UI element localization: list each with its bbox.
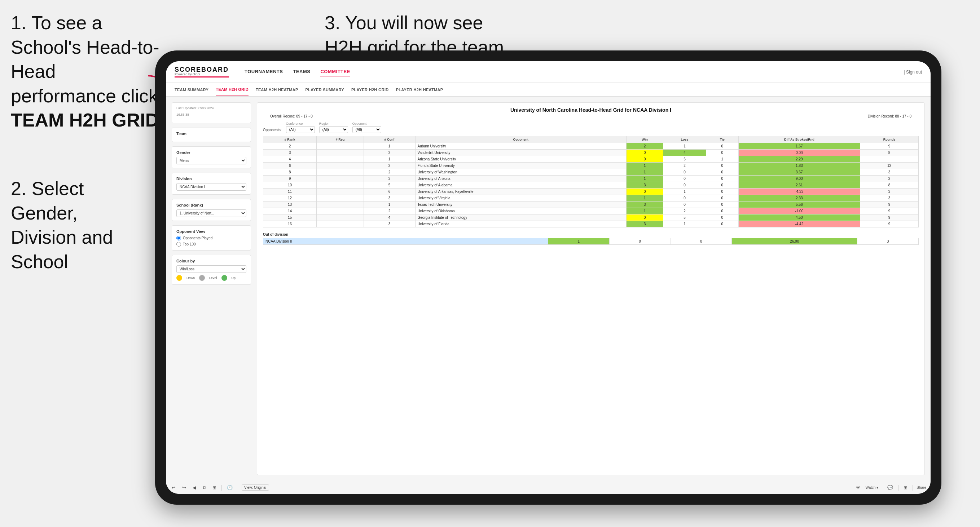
toolbar-undo[interactable]: ↩ (170, 484, 177, 491)
cell-conf: 2 (364, 149, 415, 156)
toolbar-share-btn[interactable]: Share (916, 486, 926, 489)
cell-opponent: University of Arkansas, Fayetteville (415, 189, 626, 195)
nav-teams[interactable]: TEAMS (293, 67, 310, 76)
main-nav: TOURNAMENTS TEAMS COMMITTEE (245, 67, 350, 76)
out-of-division-row: NCAA Division II 1 0 0 26.00 3 (263, 238, 919, 245)
overall-record: Overall Record: 89 - 17 - 0 (270, 114, 313, 118)
cell-reg (317, 189, 364, 195)
radio-top100[interactable]: Top 100 (177, 242, 247, 246)
toolbar-view-btn[interactable]: View: Original (242, 484, 269, 490)
division-record: Division Record: 88 - 17 - 0 (868, 114, 912, 118)
radio-top100-input[interactable] (177, 242, 181, 246)
cell-conf: 3 (364, 176, 415, 182)
tablet-frame: SCOREBOARD Powered by clippi TOURNAMENTS… (155, 51, 942, 505)
toolbar-view-label: View: Original (244, 486, 267, 489)
radio-opponents-played[interactable]: Opponents Played (177, 236, 247, 240)
cell-win: 1 (626, 169, 663, 176)
cell-loss: 0 (663, 202, 706, 208)
cell-diff: 1.83 (738, 163, 860, 169)
region-filter: Region (All) (319, 122, 348, 133)
nav-committee[interactable]: COMMITTEE (320, 67, 350, 76)
cell-reg (317, 208, 364, 214)
division-select[interactable]: NCAA Division I NCAA Division II (177, 183, 247, 191)
conference-select[interactable]: (All) (286, 126, 315, 133)
col-loss: Loss (663, 136, 706, 143)
table-row: 41Arizona State University0512.29 (263, 156, 919, 163)
sub-nav-player-h2h-heatmap[interactable]: PLAYER H2H HEATMAP (396, 83, 443, 96)
toolbar-watch-btn[interactable]: Watch ▾ (865, 486, 879, 489)
school-select[interactable]: 1. University of Nort... (177, 210, 247, 217)
nav-tournaments[interactable]: TOURNAMENTS (245, 67, 283, 76)
table-row: 154Georgia Institute of Technology0504.5… (263, 214, 919, 221)
radio-opponents-played-input[interactable] (177, 236, 181, 240)
cell-loss: 5 (663, 214, 706, 221)
sub-nav-team-h2h-heatmap[interactable]: TEAM H2H HEATMAP (256, 83, 298, 96)
toolbar-back[interactable]: ◀ (191, 484, 198, 491)
cell-opponent: University of Virginia (415, 195, 626, 202)
opponent-label: Opponent (352, 122, 381, 125)
col-diff: Diff Av Strokes/Rnd (738, 136, 860, 143)
last-updated-text: Last Updated: 27/03/2024 (177, 106, 247, 110)
cell-rounds: 9 (860, 208, 918, 214)
cell-conf: 3 (364, 221, 415, 227)
cell-rank: 15 (263, 214, 317, 221)
cell-rounds: 9 (860, 214, 918, 221)
colour-by-label: Colour by (177, 259, 247, 263)
sidebar-team: Team (172, 128, 251, 142)
cell-win: 1 (626, 163, 663, 169)
opponent-view-radio-group: Opponents Played Top 100 (177, 236, 247, 246)
col-reg: # Reg (317, 136, 364, 143)
cell-rank: 4 (263, 156, 317, 163)
opponents-filter-label: Opponents: (263, 128, 282, 133)
sub-nav-player-h2h-grid[interactable]: PLAYER H2H GRID (351, 83, 389, 96)
cell-diff: 2.61 (738, 182, 860, 189)
toolbar-sep-5 (913, 485, 913, 490)
cell-tie: 0 (706, 163, 738, 169)
cell-reg (317, 202, 364, 208)
region-label: Region (319, 122, 348, 125)
sub-nav-team-h2h-grid[interactable]: TEAM H2H GRID (216, 83, 248, 96)
cell-conf: 3 (364, 195, 415, 202)
cell-tie: 0 (706, 202, 738, 208)
cell-rank: 3 (263, 149, 317, 156)
sign-out-link[interactable]: | Sign out (904, 70, 922, 75)
data-table: # Rank # Reg # Conf Opponent Win Loss Ti… (263, 136, 919, 227)
filter-row: Opponents: Conference (All) Region (All) (263, 122, 919, 133)
table-row: 82University of Washington1003.673 (263, 169, 919, 176)
cell-opponent: Florida State University (415, 163, 626, 169)
opponent-select[interactable]: (All) (352, 126, 381, 133)
legend-down-label: Down (186, 276, 195, 280)
cell-rank: 11 (263, 189, 317, 195)
toolbar-grid-icon[interactable]: ⊞ (902, 484, 909, 491)
instruction-2-text: 2. Select Gender, Division and School (11, 178, 113, 272)
table-row: 163University of Florida310-4.429 (263, 221, 919, 227)
col-rank: # Rank (263, 136, 317, 143)
toolbar-comment[interactable]: 💬 (886, 484, 894, 491)
cell-win: 1 (626, 195, 663, 202)
toolbar-paste[interactable]: ⊞ (211, 484, 218, 491)
cell-reg (317, 169, 364, 176)
cell-loss: 0 (663, 176, 706, 182)
logo: SCOREBOARD Powered by clippi (175, 66, 229, 78)
toolbar-eye[interactable]: 👁 (854, 484, 862, 491)
colour-by-select[interactable]: Win/Loss (177, 265, 247, 273)
ood-loss: 0 (609, 238, 671, 245)
legend-up-dot (221, 275, 227, 281)
sub-nav-player-summary[interactable]: PLAYER SUMMARY (305, 83, 344, 96)
cell-loss: 0 (663, 169, 706, 176)
sub-nav-team-summary[interactable]: TEAM SUMMARY (175, 83, 208, 96)
cell-loss: 1 (663, 143, 706, 149)
toolbar-redo[interactable]: ↪ (181, 484, 188, 491)
legend-down-dot (177, 275, 182, 281)
region-select[interactable]: (All) (319, 126, 348, 133)
legend-up-label: Up (232, 276, 236, 280)
toolbar-copy[interactable]: ⧉ (201, 484, 207, 491)
cell-tie: 0 (706, 176, 738, 182)
cell-opponent: University of Washington (415, 169, 626, 176)
toolbar-sep-4 (898, 485, 899, 490)
gender-select[interactable]: Men's Women's (177, 157, 247, 164)
cell-win: 0 (626, 149, 663, 156)
cell-conf: 2 (364, 163, 415, 169)
toolbar-clock[interactable]: 🕐 (226, 484, 234, 491)
cell-win: 3 (626, 221, 663, 227)
